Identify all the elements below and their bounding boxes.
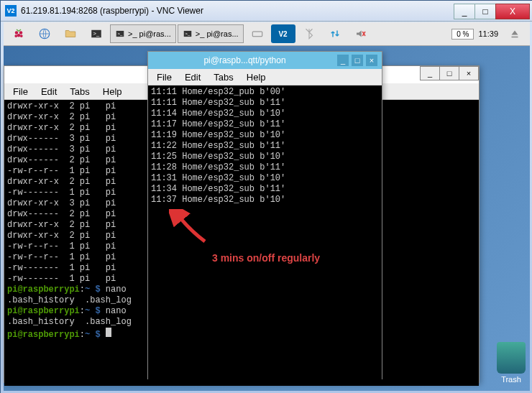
back-maximize-button[interactable]: □ — [439, 66, 459, 80]
window-title: 61.219.81.194:8268 (raspberrypi) - VNC V… — [21, 6, 454, 16]
terminal-front-menubar: File Edit Tabs Help — [148, 69, 382, 85]
terminal-icon[interactable]: >_ — [84, 24, 109, 43]
menu-tabs[interactable]: Tabs — [208, 70, 239, 84]
menu-tabs[interactable]: Tabs — [64, 85, 95, 98]
trash-label: Trash — [497, 375, 526, 384]
volume-icon[interactable] — [349, 24, 373, 43]
trash-icon — [497, 342, 526, 374]
taskbar-task-1-label: >_ pi@ras... — [128, 29, 171, 38]
menu-file[interactable]: File — [7, 85, 34, 98]
eject-icon[interactable] — [503, 24, 527, 43]
annotation-arrow — [169, 209, 212, 245]
svg-point-0 — [15, 31, 19, 34]
cursor — [106, 328, 111, 337]
terminal-front-titlebar[interactable]: pi@raspb...qtt/python _ □ × — [148, 52, 382, 69]
vnc-server-icon[interactable]: V2 — [271, 24, 295, 43]
desktop[interactable]: >_ >_>_ pi@ras... >_>_ pi@ras... V2 0 % … — [4, 22, 530, 391]
maximize-button[interactable]: □ — [474, 4, 496, 19]
desktop-taskbar: >_ >_>_ pi@ras... >_>_ pi@ras... V2 0 % … — [4, 22, 530, 46]
menu-file[interactable]: File — [151, 70, 178, 84]
svg-text:>_: >_ — [118, 32, 123, 36]
front-close-button[interactable]: × — [366, 55, 377, 66]
svg-text:>_: >_ — [185, 32, 190, 36]
terminal-front-title: pi@raspb...qtt/python — [152, 55, 337, 65]
keyboard-icon[interactable] — [245, 24, 270, 43]
close-button[interactable]: X — [495, 4, 530, 19]
window-titlebar: V2 61.219.81.194:8268 (raspberrypi) - VN… — [1, 1, 532, 22]
taskbar-task-2[interactable]: >_>_ pi@ras... — [178, 24, 244, 43]
menu-edit[interactable]: Edit — [179, 70, 206, 84]
annotation-text: 3 mins on/off regularly — [212, 252, 320, 264]
raspberry-menu-icon[interactable] — [6, 24, 31, 43]
taskbar-task-2-label: >_ pi@ras... — [196, 29, 239, 38]
svg-point-4 — [20, 34, 23, 37]
menu-help[interactable]: Help — [97, 85, 128, 98]
clock[interactable]: 11:39 — [475, 29, 501, 38]
network-icon[interactable] — [323, 24, 347, 43]
svg-point-2 — [17, 34, 21, 37]
vnc-icon: V2 — [5, 5, 17, 17]
taskbar-task-1[interactable]: >_>_ pi@ras... — [110, 24, 176, 43]
file-manager-icon[interactable] — [58, 24, 83, 43]
svg-point-1 — [19, 31, 23, 34]
menu-edit[interactable]: Edit — [35, 85, 63, 98]
zoom-indicator[interactable]: 0 % — [451, 29, 474, 40]
bluetooth-icon[interactable] — [297, 24, 321, 43]
menu-help[interactable]: Help — [241, 70, 272, 84]
front-maximize-button[interactable]: □ — [352, 55, 363, 66]
svg-rect-12 — [252, 32, 262, 37]
svg-text:>_: >_ — [93, 30, 100, 37]
trash[interactable]: Trash — [497, 342, 526, 384]
vnc-viewport: >_ >_>_ pi@ras... >_>_ pi@ras... V2 0 % … — [4, 22, 530, 391]
minimize-button[interactable]: _ — [454, 4, 475, 19]
svg-point-3 — [14, 34, 17, 37]
web-browser-icon[interactable] — [32, 24, 57, 43]
back-close-button[interactable]: × — [459, 66, 479, 80]
front-minimize-button[interactable]: _ — [337, 55, 349, 66]
back-minimize-button[interactable]: _ — [420, 66, 440, 80]
